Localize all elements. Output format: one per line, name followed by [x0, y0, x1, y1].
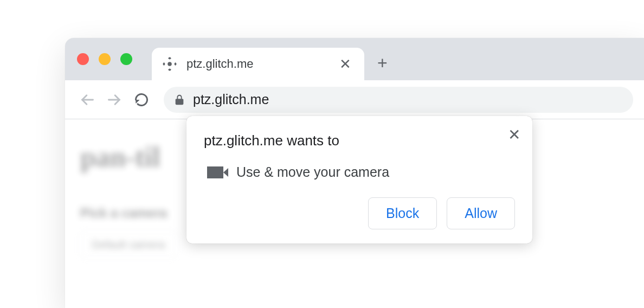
tab-title: ptz.glitch.me: [186, 57, 337, 71]
svg-point-0: [168, 62, 171, 65]
tab-bar: ptz.glitch.me ✕ +: [65, 38, 644, 80]
permission-text: Use & move your camera: [236, 164, 389, 180]
lock-icon: [173, 94, 185, 106]
permission-header: ptz.glitch.me wants to: [204, 132, 515, 149]
tab-favicon-icon: [163, 57, 177, 71]
permission-buttons: Block Allow: [204, 197, 515, 229]
address-bar[interactable]: ptz.glitch.me: [164, 87, 633, 113]
new-tab-button[interactable]: +: [377, 53, 388, 73]
camera-select[interactable]: Default camera: [80, 232, 177, 258]
window-controls: [77, 53, 132, 65]
permission-dialog: ✕ ptz.glitch.me wants to Use & move your…: [186, 116, 532, 243]
permission-item: Use & move your camera: [207, 164, 515, 180]
window-maximize-button[interactable]: [120, 53, 132, 65]
window-close-button[interactable]: [77, 53, 89, 65]
tab-close-icon[interactable]: ✕: [337, 54, 353, 75]
camera-icon: [207, 166, 223, 178]
browser-tab[interactable]: ptz.glitch.me ✕: [152, 48, 364, 80]
forward-button[interactable]: [103, 88, 126, 111]
window-minimize-button[interactable]: [99, 53, 111, 65]
block-button[interactable]: Block: [368, 197, 437, 229]
allow-button[interactable]: Allow: [447, 197, 515, 229]
dialog-close-icon[interactable]: ✕: [505, 126, 523, 143]
back-button[interactable]: [76, 88, 99, 111]
url-text: ptz.glitch.me: [193, 92, 269, 107]
toolbar: ptz.glitch.me: [65, 80, 644, 119]
reload-button[interactable]: [130, 88, 153, 111]
